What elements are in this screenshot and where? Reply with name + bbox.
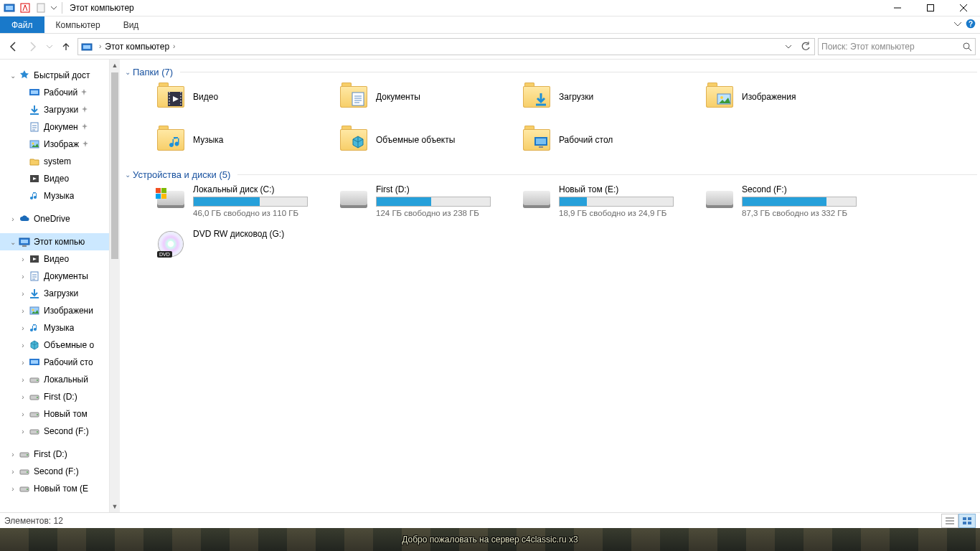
scroll-thumb[interactable] — [111, 72, 118, 259]
navigation-tree: ⌄Быстрый дост›Рабочий ›Загрузки›Докумен›… — [0, 60, 109, 512]
tree-thispc-item[interactable]: ›Загрузки — [0, 285, 109, 302]
folder-tile[interactable]: Изображения — [705, 82, 887, 112]
help-icon[interactable]: ? — [966, 19, 976, 29]
folder-tile[interactable]: Видео — [156, 82, 339, 112]
tree-drive-item[interactable]: ›Second (F:) — [0, 463, 109, 480]
sidebar-scrollbar[interactable]: ▲ ▼ — [109, 60, 120, 512]
qat-properties-icon[interactable] — [17, 0, 33, 16]
folder-tile[interactable]: Загрузки — [522, 82, 705, 112]
breadcrumb-sep[interactable]: › — [95, 42, 105, 50]
expand-icon[interactable]: ⌄ — [7, 72, 19, 80]
chevron-down-icon[interactable]: ⌄ — [123, 171, 133, 179]
tree-quick-item[interactable]: ›system — [0, 153, 109, 170]
tree-thispc-item[interactable]: ›First (D:) — [0, 388, 109, 405]
address-bar[interactable]: › Этот компьютер › — [77, 38, 815, 55]
tree-thispc-item[interactable]: ›Изображени — [0, 302, 109, 319]
folder-name: Загрузки — [559, 92, 593, 102]
expand-icon[interactable]: › — [17, 359, 29, 367]
tree-thispc-item[interactable]: ›Объемные о — [0, 336, 109, 354]
breadcrumb-sep[interactable]: › — [169, 42, 179, 50]
tree-quick-item[interactable]: ›Загрузки — [0, 101, 109, 118]
drive-tile[interactable]: Локальный диск (C:) 46,0 ГБ свободно из … — [156, 184, 339, 217]
folder-tile[interactable]: Документы — [339, 82, 522, 112]
tree-thispc-item[interactable]: ›Музыка — [0, 319, 109, 336]
back-button[interactable] — [4, 38, 22, 55]
minimize-button[interactable] — [881, 0, 914, 17]
tree-item-label: Изображени — [44, 306, 93, 316]
tree-quick-item[interactable]: ›Рабочий — [0, 84, 109, 101]
address-dropdown[interactable] — [780, 39, 797, 55]
folder-tile[interactable]: Объемные объекты — [339, 125, 522, 155]
expand-icon[interactable]: › — [7, 215, 19, 223]
tree-drive-item[interactable]: ›First (D:) — [0, 446, 109, 463]
expand-icon[interactable]: ⌄ — [7, 238, 19, 246]
search-box[interactable] — [818, 38, 976, 55]
drive-name: Локальный диск (C:) — [193, 184, 308, 194]
tree-item-label: Видео — [44, 254, 69, 264]
tree-item-label: Докумен — [44, 122, 78, 132]
expand-icon[interactable]: › — [17, 376, 29, 384]
folder-tile[interactable]: Музыка — [156, 125, 339, 155]
expand-icon[interactable]: › — [17, 324, 29, 332]
tree-thispc-item[interactable]: ›Локальный — [0, 371, 109, 388]
recent-dropdown[interactable] — [44, 38, 55, 55]
svg-rect-52 — [968, 517, 971, 520]
tree-onedrive[interactable]: ›OneDrive — [0, 210, 109, 227]
expand-icon[interactable]: › — [17, 393, 29, 401]
tree-thispc-item[interactable]: ›Документы — [0, 268, 109, 285]
expand-icon[interactable]: › — [17, 290, 29, 298]
refresh-button[interactable] — [797, 39, 814, 55]
tree-item-label: OneDrive — [34, 214, 70, 224]
search-icon[interactable] — [962, 42, 972, 52]
drive-tile[interactable]: Second (F:) 87,3 ГБ свободно из 332 ГБ — [705, 184, 887, 217]
svg-rect-45 — [536, 138, 546, 144]
tree-quick-item[interactable]: ›Видео — [0, 170, 109, 187]
drive-tile[interactable]: Новый том (E:) 18,9 ГБ свободно из 24,9 … — [522, 184, 705, 217]
tree-item-label: Этот компью — [34, 237, 85, 247]
group-header-folders[interactable]: ⌄ Папки (7) — [123, 64, 977, 82]
group-header-drives[interactable]: ⌄ Устройства и диски (5) — [123, 166, 977, 184]
item-icon — [19, 448, 30, 460]
expand-icon[interactable]: › — [7, 485, 19, 493]
expand-icon[interactable]: › — [7, 451, 19, 458]
tab-computer[interactable]: Компьютер — [44, 17, 112, 33]
folder-tile[interactable]: Рабочий стол — [522, 125, 705, 155]
expand-icon[interactable]: › — [7, 468, 19, 476]
breadcrumb-thispc[interactable]: Этот компьютер — [105, 42, 169, 52]
scroll-down-icon[interactable]: ▼ — [110, 501, 120, 512]
tab-file[interactable]: Файл — [0, 17, 44, 33]
tree-thispc-item[interactable]: ›Second (F:) — [0, 423, 109, 440]
tree-quick-item[interactable]: ›Изображ — [0, 136, 109, 153]
forward-button[interactable] — [24, 38, 42, 55]
expand-icon[interactable]: › — [17, 428, 29, 435]
expand-icon[interactable]: › — [17, 273, 29, 281]
tab-view[interactable]: Вид — [112, 17, 151, 33]
maximize-button[interactable] — [914, 0, 947, 17]
view-details-button[interactable] — [941, 514, 958, 528]
tree-thispc-item[interactable]: ›Видео — [0, 250, 109, 268]
tree-thispc[interactable]: ⌄Этот компью — [0, 233, 109, 250]
search-input[interactable] — [821, 42, 962, 52]
up-button[interactable] — [57, 38, 75, 55]
qat-newfolder-icon[interactable] — [33, 0, 49, 16]
expand-icon[interactable]: › — [17, 342, 29, 349]
drive-tile[interactable]: First (D:) 124 ГБ свободно из 238 ГБ — [339, 184, 522, 217]
close-button[interactable] — [947, 0, 980, 17]
tree-drive-item[interactable]: ›Новый том (E — [0, 480, 109, 497]
tree-thispc-item[interactable]: ›Рабочий сто — [0, 354, 109, 371]
expand-icon[interactable]: › — [17, 410, 29, 418]
view-tiles-button[interactable] — [958, 514, 976, 528]
tree-quickaccess[interactable]: ⌄Быстрый дост — [0, 67, 109, 84]
qat-dropdown-icon[interactable] — [49, 0, 59, 16]
ribbon-collapse-icon[interactable] — [954, 20, 961, 27]
scroll-up-icon[interactable]: ▲ — [110, 60, 120, 71]
separator — [180, 72, 977, 72]
tree-quick-item[interactable]: ›Музыка — [0, 187, 109, 204]
dvd-drive-tile[interactable]: DVD RW дисковод (G:) — [156, 229, 339, 259]
expand-icon[interactable]: › — [17, 255, 29, 263]
folder-icon — [705, 82, 735, 112]
tree-thispc-item[interactable]: ›Новый том — [0, 405, 109, 423]
tree-quick-item[interactable]: ›Докумен — [0, 118, 109, 136]
chevron-down-icon[interactable]: ⌄ — [123, 68, 133, 76]
expand-icon[interactable]: › — [17, 307, 29, 315]
